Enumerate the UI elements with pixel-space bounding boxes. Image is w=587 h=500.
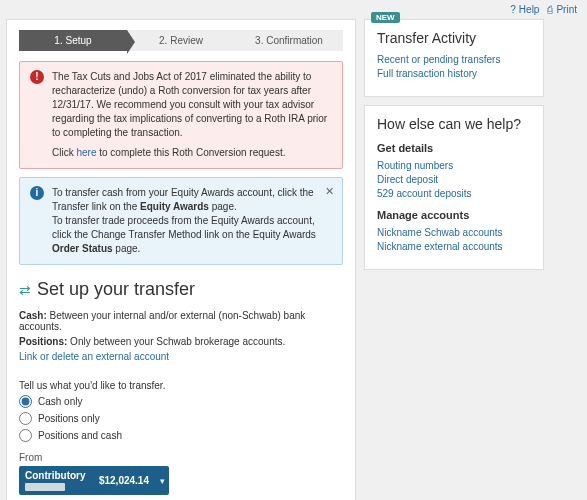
roth-conversion-link[interactable]: here xyxy=(76,147,96,158)
manage-accounts-heading: Manage accounts xyxy=(377,209,531,221)
opt-positions-only[interactable]: Positions only xyxy=(19,412,343,425)
recent-transfers-link[interactable]: Recent or pending transfers xyxy=(377,54,531,65)
help-link[interactable]: ?Help xyxy=(510,4,539,15)
print-label: Print xyxy=(556,4,577,15)
error-icon: ! xyxy=(30,70,44,84)
routing-numbers-link[interactable]: Routing numbers xyxy=(377,160,531,171)
step-confirmation[interactable]: 3. Confirmation xyxy=(235,30,343,51)
from-account-select[interactable]: Contributory $12,024.14 ▾ xyxy=(19,466,169,495)
transfer-activity-card: NEW Transfer Activity Recent or pending … xyxy=(364,19,544,97)
from-account-number-mask xyxy=(25,483,65,491)
nickname-external-link[interactable]: Nickname external accounts xyxy=(377,241,531,252)
info-icon: i xyxy=(30,186,44,200)
print-link[interactable]: ⎙Print xyxy=(547,4,577,15)
new-badge: NEW xyxy=(371,12,400,23)
top-utility-bar: ?Help ⎙Print xyxy=(0,0,587,19)
radio-positions[interactable] xyxy=(19,412,32,425)
direct-deposit-link[interactable]: Direct deposit xyxy=(377,174,531,185)
transfer-prompt: Tell us what you'd like to transfer. xyxy=(19,380,343,391)
page-title-text: Set up your transfer xyxy=(37,279,195,300)
wizard-steps: 1. Setup 2. Review 3. Confirmation xyxy=(19,30,343,51)
alert-body: The Tax Cuts and Jobs Act of 2017 elimin… xyxy=(52,70,332,140)
radio-cash[interactable] xyxy=(19,395,32,408)
alert-equity-info: i To transfer cash from your Equity Awar… xyxy=(19,177,343,265)
opt-cash-only[interactable]: Cash only xyxy=(19,395,343,408)
step-setup: 1. Setup xyxy=(19,30,127,51)
alert-tax-warning: ! The Tax Cuts and Jobs Act of 2017 elim… xyxy=(19,61,343,169)
page-title: ⇄ Set up your transfer xyxy=(19,279,343,300)
opt-positions-and-cash[interactable]: Positions and cash xyxy=(19,429,343,442)
radio-both[interactable] xyxy=(19,429,32,442)
529-deposits-link[interactable]: 529 account deposits xyxy=(377,188,531,199)
help-title: How else can we help? xyxy=(377,116,531,132)
from-label: From xyxy=(19,452,343,463)
chevron-down-icon: ▾ xyxy=(160,476,165,486)
step-review[interactable]: 2. Review xyxy=(127,30,235,51)
link-external-account[interactable]: Link or delete an external account xyxy=(19,351,343,362)
close-icon[interactable]: ✕ xyxy=(325,184,334,199)
from-account-name: Contributory xyxy=(25,470,86,481)
print-icon: ⎙ xyxy=(547,4,553,15)
from-account-amount: $12,024.14 xyxy=(99,475,163,486)
transfer-icon: ⇄ xyxy=(19,282,31,298)
help-icon: ? xyxy=(510,4,516,15)
help-card: How else can we help? Get details Routin… xyxy=(364,105,544,270)
help-label: Help xyxy=(519,4,540,15)
desc-cash: Cash: Between your internal and/or exter… xyxy=(19,310,343,332)
full-history-link[interactable]: Full transaction history xyxy=(377,68,531,79)
activity-title: Transfer Activity xyxy=(377,30,531,46)
desc-positions: Positions: Only between your Schwab brok… xyxy=(19,336,343,347)
nickname-schwab-link[interactable]: Nickname Schwab accounts xyxy=(377,227,531,238)
get-details-heading: Get details xyxy=(377,142,531,154)
main-panel: 1. Setup 2. Review 3. Confirmation ! The… xyxy=(6,19,356,500)
